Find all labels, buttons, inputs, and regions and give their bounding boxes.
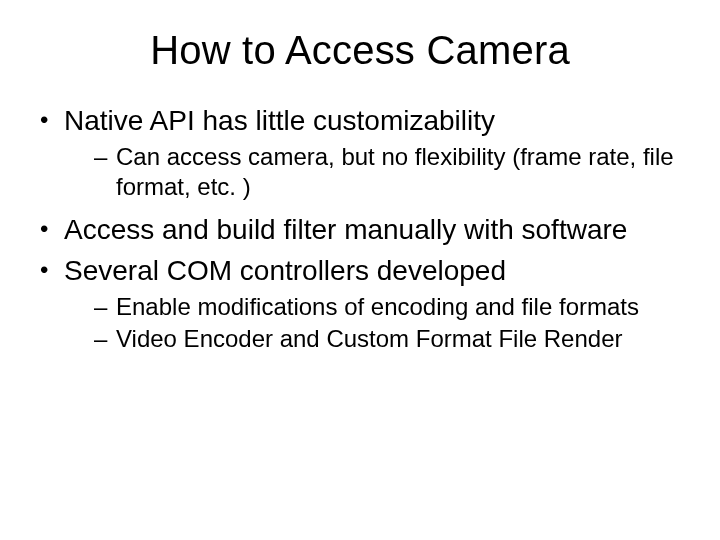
list-item-text: Can access camera, but no flexibility (f… [116, 143, 674, 200]
sublist: Enable modifications of encoding and fil… [64, 292, 690, 354]
slide-title: How to Access Camera [30, 28, 690, 73]
list-item: Enable modifications of encoding and fil… [94, 292, 690, 322]
slide: How to Access Camera Native API has litt… [0, 0, 720, 540]
list-item-text: Native API has little customizability [64, 105, 495, 136]
list-item-text: Several COM controllers developed [64, 255, 506, 286]
list-item-text: Enable modifications of encoding and fil… [116, 293, 639, 320]
sublist: Can access camera, but no flexibility (f… [64, 142, 690, 202]
list-item: Can access camera, but no flexibility (f… [94, 142, 690, 202]
list-item: Video Encoder and Custom Format File Ren… [94, 324, 690, 354]
list-item: Several COM controllers developed Enable… [36, 253, 690, 354]
list-item: Access and build filter manually with so… [36, 212, 690, 247]
list-item: Native API has little customizability Ca… [36, 103, 690, 202]
list-item-text: Access and build filter manually with so… [64, 214, 627, 245]
list-item-text: Video Encoder and Custom Format File Ren… [116, 325, 622, 352]
bullet-list: Native API has little customizability Ca… [30, 103, 690, 354]
